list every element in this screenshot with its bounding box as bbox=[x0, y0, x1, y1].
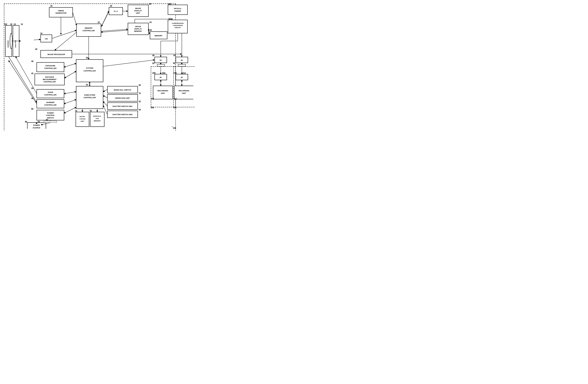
svg-rect-79 bbox=[178, 64, 186, 66]
recording-unit1-border bbox=[151, 66, 176, 107]
svg-text:I/F: I/F bbox=[181, 59, 183, 61]
main-system-border bbox=[4, 3, 176, 131]
svg-rect-76 bbox=[176, 57, 188, 63]
diagram: TIMING GENERATOR A/D MEMORY CONTROLLER D… bbox=[2, 2, 193, 129]
recording-unit2-border bbox=[173, 66, 195, 107]
